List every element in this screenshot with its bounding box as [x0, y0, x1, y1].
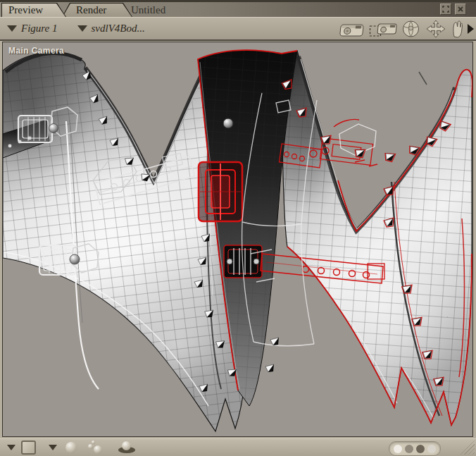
- viewport-3d-scene[interactable]: [3, 42, 472, 436]
- sphere-ground-icon[interactable]: [118, 440, 136, 455]
- document-toolbar: Figure 1 svdlV4Bod...: [0, 17, 476, 41]
- figure-select-menu[interactable]: Figure 1: [7, 23, 58, 35]
- tab-preview[interactable]: Preview: [1, 3, 66, 17]
- move-cross-icon[interactable]: [425, 20, 447, 38]
- view-dot-3[interactable]: [416, 445, 425, 453]
- window-buttons: [440, 4, 466, 15]
- tab-render[interactable]: Render: [62, 3, 132, 17]
- tab-render-label: Render: [62, 3, 132, 16]
- expand-arrow-icon[interactable]: [467, 23, 475, 35]
- red-buckle-selected[interactable]: [199, 162, 242, 221]
- camera-frame-icon[interactable]: [369, 20, 397, 38]
- sphere-cluster-icon[interactable]: [87, 440, 105, 455]
- dropdown-arrow-icon: [7, 25, 17, 32]
- camera-icon[interactable]: [338, 20, 365, 38]
- dropdown-arrow-icon[interactable]: [49, 445, 57, 450]
- actor-select-menu[interactable]: svdlV4Bod...: [77, 23, 145, 35]
- view-dot-4[interactable]: [427, 445, 436, 453]
- trackball-icon[interactable]: [401, 20, 420, 38]
- actor-menu-label: svdlV4Bod...: [92, 23, 145, 35]
- dropdown-arrow-icon[interactable]: [7, 445, 15, 450]
- camera-controls: [338, 18, 475, 39]
- view-pane-selector: [389, 441, 441, 456]
- document-title: Untitled: [131, 4, 165, 16]
- document-style-icon[interactable]: [21, 440, 36, 455]
- stray-wire-mark: [419, 72, 427, 85]
- poser-document-window: Preview Render Untitled Figure 1 svdlV4B…: [0, 0, 476, 456]
- buckle-ball: [223, 118, 233, 128]
- maximize-icon[interactable]: [440, 4, 451, 15]
- camera-name-label: Main Camera: [8, 46, 64, 56]
- hand-icon[interactable]: [451, 20, 463, 38]
- tab-row: Preview Render Untitled: [0, 0, 476, 17]
- close-icon[interactable]: [455, 4, 466, 15]
- figure-menu-label: Figure 1: [21, 23, 58, 35]
- resize-grip[interactable]: [459, 440, 475, 455]
- dropdown-arrow-icon: [77, 25, 87, 32]
- view-dot-1[interactable]: [394, 445, 402, 453]
- preview-viewport[interactable]: Main Camera: [2, 42, 473, 437]
- view-dot-2[interactable]: [405, 445, 413, 453]
- tab-preview-label: Preview: [1, 3, 66, 16]
- display-style-bar: [0, 438, 476, 456]
- sphere-smooth-icon[interactable]: [65, 442, 77, 453]
- viewport-frame: Main Camera: [0, 41, 476, 438]
